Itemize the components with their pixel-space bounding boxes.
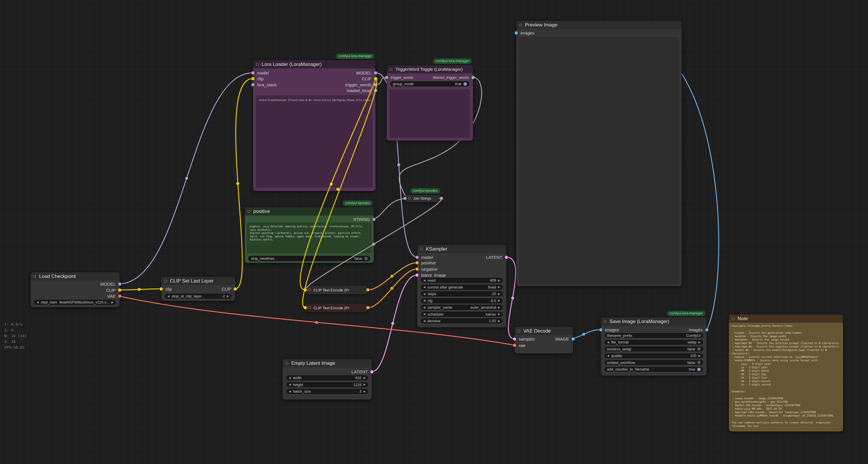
image-port[interactable] xyxy=(571,337,575,341)
node-title-bar[interactable]: positive xyxy=(245,207,374,215)
right-arrow-icon[interactable]: ▶ xyxy=(498,313,500,316)
lossless-webp-toggle[interactable]: lossless_webp false xyxy=(604,346,704,352)
cfg-widget[interactable]: ◀ cfg 8.0 ▶ xyxy=(420,298,503,304)
collapse-dot[interactable] xyxy=(33,275,36,278)
node-empty-latent-image[interactable]: Empty Latent Image LATENT ◀ width 832 ▶ … xyxy=(283,359,372,400)
node-title-bar[interactable]: TriggerWord Toggle (LoraManager) xyxy=(387,65,473,74)
left-arrow-icon[interactable]: ◀ xyxy=(167,295,169,298)
left-arrow-icon[interactable]: ◀ xyxy=(423,313,426,316)
conditioning-port[interactable] xyxy=(415,267,419,271)
batch-size-widget[interactable]: ◀ batch_size 3 ▶ xyxy=(286,388,369,395)
node-save-image[interactable]: comfyui-lora-manager Save Image (LoraMan… xyxy=(601,317,707,376)
collapse-dot[interactable] xyxy=(408,197,411,200)
filename-prefix-widget[interactable]: filename_prefix ComfyUI xyxy=(604,332,704,338)
vae-port[interactable] xyxy=(118,294,122,298)
file-format-widget[interactable]: ◀ file_format webp ▶ xyxy=(604,340,704,345)
output-slot-clip[interactable]: CLIP xyxy=(362,76,377,81)
image-port[interactable] xyxy=(705,328,709,332)
node-lora-loader[interactable]: comfyui-lora-manager Lora Loader (LoraMa… xyxy=(253,60,375,191)
model-port[interactable] xyxy=(118,282,122,286)
width-widget[interactable]: ◀ width 832 ▶ xyxy=(286,375,369,381)
add-counter-to-filename-toggle[interactable]: add_counter_to_filename true xyxy=(604,367,704,372)
node-note[interactable]: Note Available filename_prefix Pattern C… xyxy=(729,314,843,432)
latent-port[interactable] xyxy=(504,256,508,259)
output-slot-filtered-trigger-words[interactable]: filtered_trigger_words xyxy=(433,75,475,80)
clip-port[interactable] xyxy=(251,77,255,81)
left-arrow-icon[interactable]: ◀ xyxy=(289,377,291,379)
embed-workflow-toggle[interactable]: embed_workflow false xyxy=(604,359,704,365)
collapsed-output-port[interactable] xyxy=(366,306,370,310)
left-arrow-icon[interactable]: ◀ xyxy=(423,320,426,322)
collapse-dot[interactable] xyxy=(604,320,607,323)
right-arrow-icon[interactable]: ▶ xyxy=(498,299,500,302)
output-slot-images[interactable]: images xyxy=(689,327,709,332)
seed-widget[interactable]: ◀ seed 409 ▶ xyxy=(420,277,503,283)
sampler-name-widget[interactable]: ◀ sampler_name euler_ancestral ▶ xyxy=(420,304,503,310)
ckpt-name-widget[interactable]: ◀ ckpt_name ilwaiNSFWIllustrious_v110.s.… xyxy=(34,299,117,305)
denoise-widget[interactable]: ◀ denoise 1.00 ▶ xyxy=(420,318,503,324)
trigger-words-port[interactable] xyxy=(385,76,389,79)
node-clip-set-last-layer[interactable]: CLIP Set Last Layer clip CLIP ◀ stop_at_… xyxy=(161,277,235,301)
output-slot-latent[interactable]: LATENT xyxy=(352,369,374,375)
collapse-dot[interactable] xyxy=(519,24,522,26)
collapsed-input-port[interactable] xyxy=(403,197,407,200)
node-title-bar[interactable]: Save Image (LoraManager) xyxy=(601,317,707,326)
image-port[interactable] xyxy=(514,31,518,35)
output-slot-vae[interactable]: VAE xyxy=(107,293,122,299)
output-slot-model[interactable]: MODEL xyxy=(356,70,377,76)
steps-widget[interactable]: ◀ steps 20 ▶ xyxy=(420,291,503,297)
control-after-generate-widget[interactable]: ◀ control after generate fixed ▶ xyxy=(420,284,503,290)
node-positive-prompt[interactable]: comfyui-kjnodes positive STRING highres,… xyxy=(245,207,374,263)
right-arrow-icon[interactable]: ▶ xyxy=(498,306,500,309)
input-slot-images[interactable]: images xyxy=(514,30,534,36)
lora-stack-port[interactable] xyxy=(251,83,255,87)
comfyui-canvas[interactable]: { "colors": { "model": "#B39DDB", "clip"… xyxy=(0,0,868,464)
latent-port[interactable] xyxy=(415,273,419,277)
right-arrow-icon[interactable]: ▶ xyxy=(227,295,229,298)
latent-port[interactable] xyxy=(370,370,374,374)
node-title-bar[interactable]: Preview Image xyxy=(516,21,682,29)
collapse-dot[interactable] xyxy=(518,330,520,332)
left-arrow-icon[interactable]: ◀ xyxy=(423,299,426,302)
input-slot-vae[interactable]: vae xyxy=(513,342,526,348)
left-arrow-icon[interactable]: ◀ xyxy=(423,279,426,282)
input-slot-positive[interactable]: positive xyxy=(415,260,436,265)
input-slot-latent-image[interactable]: latent_image xyxy=(415,272,446,278)
collapse-dot[interactable] xyxy=(248,210,250,213)
input-slot-clip[interactable]: clip xyxy=(251,76,264,81)
toggle-knob[interactable] xyxy=(463,82,467,86)
output-slot-latent[interactable]: LATENT xyxy=(486,254,508,260)
left-arrow-icon[interactable]: ◀ xyxy=(607,354,609,357)
right-arrow-icon[interactable]: ▶ xyxy=(111,301,114,304)
input-slot-images[interactable]: images xyxy=(599,327,619,332)
toggle-knob[interactable] xyxy=(697,361,701,364)
right-arrow-icon[interactable]: ▶ xyxy=(364,377,366,379)
collapse-dot[interactable] xyxy=(308,288,311,291)
input-slot-model[interactable]: model xyxy=(415,254,433,260)
input-slot-trigger-words[interactable]: trigger_words xyxy=(385,75,413,80)
left-arrow-icon[interactable]: ◀ xyxy=(423,293,426,295)
strip-newlines-toggle[interactable]: strip_newlines false xyxy=(248,256,371,261)
output-slot-loaded-loras[interactable]: loaded_loras xyxy=(347,87,377,93)
string-port[interactable] xyxy=(372,218,376,221)
node-title-bar[interactable]: Lora Loader (LoraManager) xyxy=(253,60,375,68)
model-port[interactable] xyxy=(251,71,255,75)
right-arrow-icon[interactable]: ▶ xyxy=(498,320,500,322)
conditioning-port[interactable] xyxy=(415,261,419,265)
input-slot-samples[interactable]: samples xyxy=(513,336,535,342)
collapsed-output-port[interactable] xyxy=(440,197,443,200)
toggle-knob[interactable] xyxy=(697,347,701,351)
right-arrow-icon[interactable]: ▶ xyxy=(498,279,500,282)
left-arrow-icon[interactable]: ◀ xyxy=(289,383,291,386)
collapsed-input-port[interactable] xyxy=(303,288,307,292)
right-arrow-icon[interactable]: ▶ xyxy=(364,390,366,393)
input-slot-model[interactable]: model xyxy=(251,70,269,76)
model-port[interactable] xyxy=(374,71,377,75)
note-text[interactable]: Available filename_prefix Pattern Codes … xyxy=(732,324,841,429)
output-slot-model[interactable]: MODEL xyxy=(100,281,122,287)
node-vae-decode[interactable]: VAE Decode samples vae IMAGE xyxy=(515,327,573,353)
left-arrow-icon[interactable]: ◀ xyxy=(607,341,609,344)
quality-widget[interactable]: ◀ quality 100 ▶ xyxy=(604,353,704,359)
output-slot-string[interactable]: STRING xyxy=(353,216,376,222)
right-arrow-icon[interactable]: ▶ xyxy=(699,341,701,344)
